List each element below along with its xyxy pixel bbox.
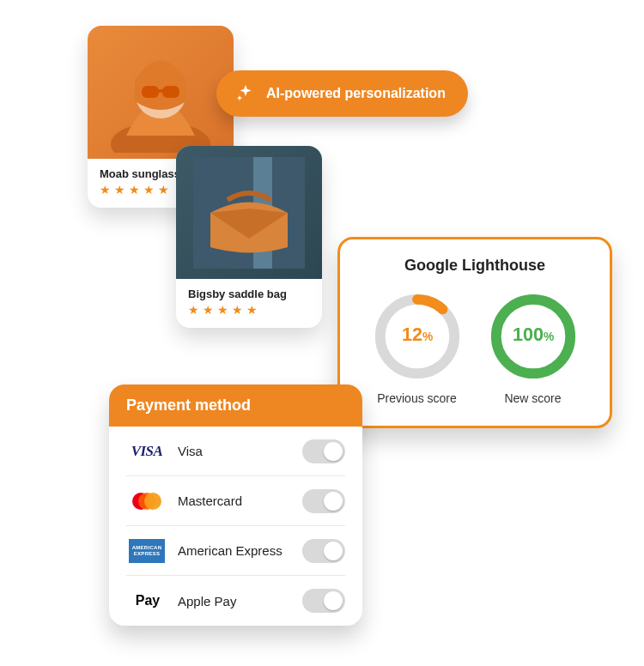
star-icon: ★ <box>158 184 169 196</box>
payment-card-title: Payment method <box>109 384 362 427</box>
amex-logo: AMERICAN EXPRESS <box>126 537 167 565</box>
star-rating: ★ ★ ★ ★ ★ <box>188 304 310 316</box>
product-name: Bigsby saddle bag <box>188 288 310 300</box>
svg-rect-3 <box>162 86 179 98</box>
toggle-mastercard[interactable] <box>302 489 345 513</box>
apple-pay-logo: Pay <box>126 587 167 615</box>
payment-method-card: Payment method VISA Visa Mastercard AMER… <box>109 384 362 626</box>
ai-personalization-badge: AI-powered personalization <box>216 70 468 117</box>
previous-score-value: 12 <box>401 324 422 345</box>
star-icon: ★ <box>246 304 258 316</box>
payment-row-mastercard: Mastercard <box>126 476 345 526</box>
payment-row-visa: VISA Visa <box>126 427 345 476</box>
star-icon: ★ <box>100 184 111 196</box>
lighthouse-title: Google Lighthouse <box>359 257 591 275</box>
ai-badge-label: AI-powered personalization <box>266 86 446 101</box>
payment-label: Mastercard <box>178 493 302 508</box>
new-score-value: 100 <box>512 324 543 345</box>
product-image <box>88 26 234 159</box>
sparkles-icon <box>235 83 256 104</box>
svg-rect-2 <box>142 86 159 98</box>
svg-text:12%: 12% <box>401 324 432 345</box>
star-icon: ★ <box>114 184 125 196</box>
star-icon: ★ <box>232 304 243 316</box>
toggle-visa[interactable] <box>302 439 345 463</box>
star-icon: ★ <box>217 304 228 316</box>
mastercard-logo <box>126 487 167 515</box>
payment-row-applepay: Pay Apple Pay <box>126 576 345 626</box>
payment-row-amex: AMERICAN EXPRESS American Express <box>126 526 345 576</box>
new-score-label: New score <box>504 391 561 405</box>
payment-label: American Express <box>178 543 302 558</box>
toggle-applepay[interactable] <box>302 589 345 613</box>
svg-rect-4 <box>157 89 164 93</box>
star-icon: ★ <box>143 184 155 196</box>
lighthouse-card: Google Lighthouse 12% Previous score 100… <box>337 237 612 428</box>
star-icon: ★ <box>129 184 140 196</box>
svg-text:100%: 100% <box>512 324 553 345</box>
payment-label: Apple Pay <box>178 594 302 608</box>
previous-score-label: Previous score <box>377 391 457 405</box>
visa-logo: VISA <box>126 438 167 465</box>
star-icon: ★ <box>188 304 199 316</box>
product-image <box>176 146 322 279</box>
new-score-gauge: 100% New score <box>487 290 580 405</box>
star-icon: ★ <box>203 304 214 316</box>
product-card-bag[interactable]: Bigsby saddle bag ★ ★ ★ ★ ★ <box>176 146 322 328</box>
previous-score-gauge: 12% Previous score <box>371 290 464 405</box>
payment-label: Visa <box>178 444 302 458</box>
toggle-amex[interactable] <box>302 539 345 563</box>
